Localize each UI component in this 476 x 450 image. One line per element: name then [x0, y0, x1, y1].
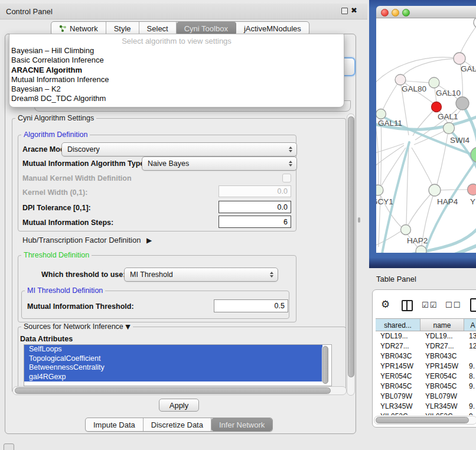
table-horizontal-scrollbar[interactable]	[374, 416, 476, 425]
table-cell[interactable]: YBR045C	[420, 381, 464, 392]
network-node-gal10[interactable]	[429, 77, 439, 88]
network-edge[interactable]	[376, 57, 459, 87]
network-node-hap2[interactable]	[401, 225, 411, 235]
network-edge[interactable]	[460, 27, 476, 54]
apply-button[interactable]: Apply	[159, 399, 199, 412]
mi-type-combobox[interactable]: Naive Bayes	[142, 156, 297, 171]
network-node-gal80[interactable]	[395, 74, 406, 85]
table-cell[interactable]: 9.	[464, 402, 476, 412]
table-cell[interactable]: YER054C	[420, 371, 464, 381]
algorithm-option-dream8-dc-tdc-algorithm[interactable]: Dream8 DC_TDC Algorithm	[9, 94, 344, 103]
table-cell[interactable]: YIL052C	[376, 412, 420, 415]
window-minimize-icon[interactable]	[392, 9, 399, 17]
tab-select[interactable]: Select	[139, 22, 177, 35]
table-cell[interactable]: YDL19...	[420, 331, 464, 341]
network-node-gal1[interactable]	[432, 102, 442, 112]
network-node[interactable]	[474, 18, 476, 28]
table-rows[interactable]: YDL19...YDL19...13YDR27...YDR27...12YBR0…	[376, 331, 476, 415]
close-panel-icon[interactable]: ✖	[351, 6, 357, 15]
table-cell[interactable]: 12	[464, 341, 476, 351]
network-window-titlebar[interactable]	[376, 6, 476, 18]
network-edge[interactable]	[379, 119, 382, 247]
attribute-list-scrollbar[interactable]	[322, 345, 328, 384]
network-edge[interactable]	[406, 148, 409, 224]
settings-horizontal-scrollbar[interactable]	[12, 386, 347, 395]
float-panel-icon[interactable]	[341, 8, 348, 14]
network-edge[interactable]	[408, 194, 431, 225]
tab-infer-network[interactable]: Infer Network	[211, 418, 272, 431]
network-canvas[interactable]: GAL7GAL80GAL10GAL1GAL11SWI4GCY1HAP4YHAP2	[376, 18, 476, 253]
network-node-gal7[interactable]	[454, 53, 465, 64]
tab-network[interactable]: Network	[51, 22, 106, 35]
new-table-icon[interactable]	[470, 298, 476, 312]
sources-group-toggle[interactable]: Sources for Network Inference ▼	[21, 322, 133, 331]
columns-icon[interactable]	[402, 300, 413, 311]
panel-splitter-handle[interactable]	[358, 217, 360, 223]
hub-definition-toggle[interactable]: Hub/Transcription Factor Definition ▶	[22, 236, 152, 244]
attribute-item-selfloops[interactable]: SelfLoops	[24, 345, 322, 354]
network-edge[interactable]	[402, 58, 459, 77]
deselect-all-checkboxes-icon[interactable]: ☐☐	[445, 301, 461, 309]
network-edge[interactable]	[405, 81, 429, 83]
algorithm-option-bayesian-k2[interactable]: Bayesian – K2	[9, 84, 344, 94]
table-cell[interactable]: YBR043C	[420, 351, 464, 361]
column-header-shared[interactable]: shared...	[376, 318, 420, 331]
table-cell[interactable]: 9.	[464, 381, 476, 392]
network-node[interactable]	[456, 97, 469, 110]
column-header-a[interactable]: A	[464, 318, 476, 331]
select-all-checkboxes-icon[interactable]: ☑☑	[422, 301, 438, 309]
table-cell[interactable]: YLR345W	[376, 402, 420, 412]
column-header-name[interactable]: name	[420, 318, 464, 331]
network-node-swi4[interactable]	[444, 123, 455, 134]
window-zoom-icon[interactable]	[402, 9, 410, 17]
algorithm-option-bayesian-hill-climbing[interactable]: Bayesian – Hill Climbing	[9, 46, 344, 56]
network-node-y[interactable]	[468, 184, 476, 195]
network-edge[interactable]	[376, 144, 404, 155]
algorithm-option-aracne-algorithm[interactable]: ARACNE Algorithm	[9, 66, 344, 75]
table-cell[interactable]: YDL19...	[376, 331, 420, 341]
network-node-gal11[interactable]	[376, 109, 386, 119]
data-attributes-list[interactable]: SelfLoopsTopologicalCoefficientBetweenne…	[24, 344, 332, 386]
table-cell[interactable]: YER054C	[376, 371, 420, 381]
docked-panel-icon[interactable]	[4, 444, 14, 450]
tab-impute-data[interactable]: Impute Data	[86, 418, 144, 431]
table-header-row[interactable]: shared...nameA	[376, 318, 476, 331]
which-threshold-combobox[interactable]: MI Threshold	[124, 268, 278, 282]
network-edge[interactable]	[441, 190, 468, 190]
table-cell[interactable]: YDR27...	[420, 341, 464, 351]
table-cell[interactable]: YBR045C	[376, 381, 420, 392]
gear-icon[interactable]: ⚙	[381, 298, 390, 310]
window-close-icon[interactable]	[381, 9, 389, 17]
network-edge[interactable]	[383, 84, 397, 110]
table-cell[interactable]: 13	[464, 331, 476, 341]
network-node[interactable]	[416, 246, 426, 253]
network-edge[interactable]	[412, 148, 432, 185]
network-edge-thick[interactable]	[462, 105, 476, 152]
tab-cyni-toolbox[interactable]: Cyni Toolbox	[177, 22, 236, 35]
table-cell[interactable]: 9.	[464, 361, 476, 371]
table-cell[interactable]: YPR145W	[420, 361, 464, 371]
dpi-tolerance-input[interactable]	[219, 201, 291, 213]
table-cell[interactable]: YBL079W	[420, 392, 464, 402]
network-edge[interactable]	[376, 145, 404, 172]
table-cell[interactable]: YIL052C	[420, 412, 464, 415]
network-node-hap4[interactable]	[429, 184, 441, 196]
kernel-width-input[interactable]	[219, 185, 291, 197]
tab-style[interactable]: Style	[106, 22, 139, 35]
aracne-mode-combobox[interactable]: Discovery	[61, 142, 297, 156]
network-node-gcy1[interactable]	[376, 185, 383, 195]
attribute-item-topologicalcoefficient[interactable]: TopologicalCoefficient	[24, 354, 322, 364]
table-cell[interactable]: YDR27...	[376, 341, 420, 351]
table-cell[interactable]: YLR345W	[420, 402, 464, 412]
network-edge[interactable]	[376, 231, 400, 248]
table-cell[interactable]	[464, 351, 476, 361]
table-cell[interactable]: YBR043C	[376, 351, 420, 361]
tab-discretize-data[interactable]: Discretize Data	[144, 418, 211, 431]
table-cell[interactable]: 8.	[464, 371, 476, 381]
attribute-item-gal4rgexp[interactable]: gal4RGexp	[24, 373, 322, 382]
table-cell[interactable]: YPR145W	[376, 361, 420, 371]
algorithm-option-mutual-information-inference[interactable]: Mutual Information Inference	[9, 75, 344, 84]
mi-steps-input[interactable]	[219, 216, 291, 228]
table-cell[interactable]: 9	[464, 412, 476, 415]
algorithm-option-basic-correlation-inference[interactable]: Basic Correlation Inference	[9, 56, 344, 65]
